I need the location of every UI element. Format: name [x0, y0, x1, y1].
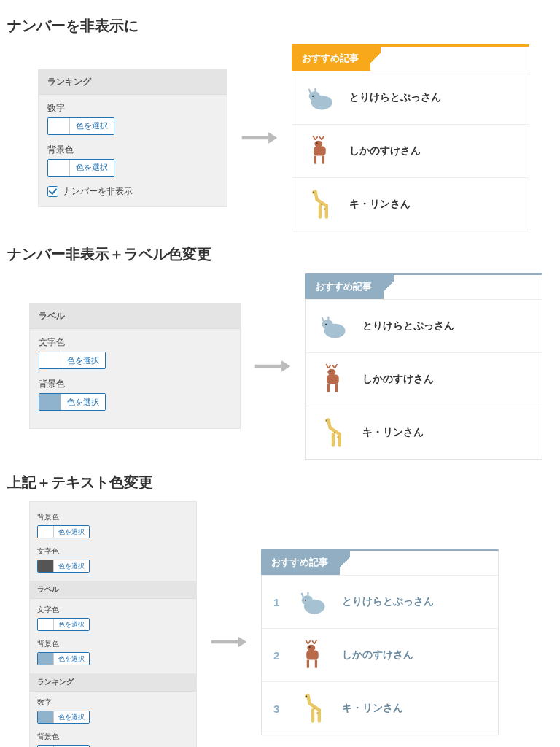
color-picker-bg[interactable]: 色を選択 [47, 159, 114, 177]
color-picker-bg[interactable]: 色を選択 [39, 393, 106, 411]
arrow-icon [241, 129, 279, 147]
svg-point-32 [305, 600, 306, 601]
giraffe-icon [297, 692, 329, 724]
field-label-text: 文字色 [37, 605, 189, 615]
svg-point-27 [337, 436, 339, 438]
list-item[interactable]: しかのすけさん [292, 124, 529, 177]
item-title: とりけらとぷっさん [342, 595, 434, 608]
item-number: 2 [273, 649, 284, 662]
item-number: 3 [273, 703, 284, 715]
svg-rect-20 [327, 374, 339, 384]
field-label-text: 文字色 [37, 546, 189, 557]
list-item[interactable]: とりけらとぷっさん [306, 299, 542, 352]
field-label-text: 文字色 [39, 336, 231, 349]
svg-rect-6 [314, 146, 326, 155]
svg-point-33 [307, 645, 315, 651]
field-label-bg: 背景色 [47, 144, 218, 156]
svg-point-12 [321, 204, 323, 206]
svg-point-11 [313, 192, 314, 193]
widget-preview-1: おすすめ記事 とりけらとぷっさん しかのすけさん キ・リンさん [292, 44, 529, 231]
svg-point-38 [305, 694, 310, 699]
svg-point-40 [314, 708, 316, 710]
checkbox-hide-number[interactable] [47, 186, 58, 197]
list-item[interactable]: キ・リンさん [292, 177, 529, 231]
item-number: 1 [273, 596, 284, 608]
panel-subhead-ranking: ランキング [39, 70, 227, 95]
color-picker[interactable]: 色を選択 [37, 525, 90, 538]
deer-icon [297, 639, 329, 671]
settings-panel-label: ラベル 文字色 色を選択 背景色 色を選択 [29, 303, 241, 429]
item-title: とりけらとぷっさん [362, 320, 454, 333]
section-title-2: ナンバー非表示＋ラベル色変更 [7, 244, 553, 264]
list-item[interactable]: しかのすけさん [306, 352, 542, 406]
field-label-bg: 背景色 [37, 639, 189, 649]
color-picker[interactable]: 色を選択 [37, 711, 90, 724]
list-item[interactable]: キ・リンさん [306, 406, 542, 459]
deer-icon [304, 135, 336, 167]
svg-point-26 [334, 432, 336, 434]
color-picker-number[interactable]: 色を選択 [47, 117, 114, 135]
triceratops-icon [317, 310, 349, 342]
field-label-bg: 背景色 [37, 512, 189, 522]
svg-point-4 [312, 96, 314, 97]
arrow-icon [210, 633, 248, 651]
triceratops-icon [304, 82, 336, 114]
svg-point-18 [325, 324, 327, 325]
section-title-1: ナンバーを非表示に [7, 16, 553, 36]
svg-point-24 [325, 419, 330, 423]
color-picker[interactable]: 色を選択 [37, 560, 90, 573]
svg-point-13 [324, 208, 326, 210]
color-picker[interactable]: 色を選択 [37, 618, 90, 631]
giraffe-icon [304, 188, 336, 220]
deer-icon [317, 363, 349, 395]
settings-panel-ranking: ランキング 数字 色を選択 背景色 色を選択 ナンバーを非表示 [38, 69, 228, 207]
triceratops-icon [297, 586, 329, 618]
svg-point-37 [309, 646, 311, 648]
field-label-number: 数字 [37, 697, 189, 708]
svg-point-25 [326, 420, 327, 422]
widget-tab: おすすめ記事 [305, 274, 384, 299]
panel-subhead-ranking: ランキング [30, 673, 196, 692]
field-label-bg: 背景色 [39, 378, 231, 390]
field-label-number: 数字 [47, 102, 218, 115]
widget-preview-3: おすすめ記事 1 とりけらとぷっさん 2 しかのすけさん 3 キ・リンさん [261, 549, 499, 735]
arrow-icon [254, 357, 292, 375]
widget-tab: おすすめ記事 [292, 46, 370, 71]
widget-preview-2: おすすめ記事 とりけらとぷっさん しかのすけさん キ・リンさん [305, 273, 542, 460]
color-picker[interactable]: 色を選択 [37, 652, 90, 665]
svg-marker-1 [268, 132, 277, 144]
item-title: キ・リンさん [349, 198, 411, 211]
item-title: とりけらとぷっさん [349, 91, 441, 104]
svg-point-23 [330, 371, 331, 372]
item-title: しかのすけさん [342, 649, 413, 662]
svg-marker-15 [281, 360, 290, 372]
panel-subhead-label: ラベル [30, 581, 196, 599]
checkbox-label-hide-number: ナンバーを非表示 [63, 185, 133, 198]
svg-point-39 [306, 696, 307, 697]
svg-point-10 [312, 190, 317, 195]
color-picker-text[interactable]: 色を選択 [39, 352, 106, 369]
svg-rect-34 [306, 650, 319, 659]
list-item[interactable]: 2 しかのすけさん [262, 628, 498, 681]
svg-marker-29 [238, 636, 246, 648]
giraffe-icon [317, 417, 349, 449]
item-title: しかのすけさん [362, 373, 434, 386]
panel-subhead-label: ラベル [30, 304, 240, 329]
svg-point-41 [316, 712, 319, 714]
field-label-bg: 背景色 [37, 732, 189, 742]
list-item[interactable]: とりけらとぷっさん [292, 71, 529, 124]
item-title: キ・リンさん [362, 426, 424, 439]
svg-point-9 [316, 142, 318, 144]
list-item[interactable]: 3 キ・リンさん [262, 681, 498, 735]
svg-point-19 [327, 369, 335, 376]
svg-point-5 [314, 141, 322, 147]
list-item[interactable]: 1 とりけらとぷっさん [262, 575, 498, 628]
item-title: しかのすけさん [349, 144, 421, 158]
item-title: キ・リンさん [342, 702, 403, 715]
settings-panel-full: 背景色 色を選択 文字色 色を選択 ラベル 文字色 色を選択 背景色 色を選択 … [29, 501, 197, 747]
section-title-3: 上記＋テキスト色変更 [7, 473, 553, 492]
widget-tab: おすすめ記事 [261, 550, 340, 575]
